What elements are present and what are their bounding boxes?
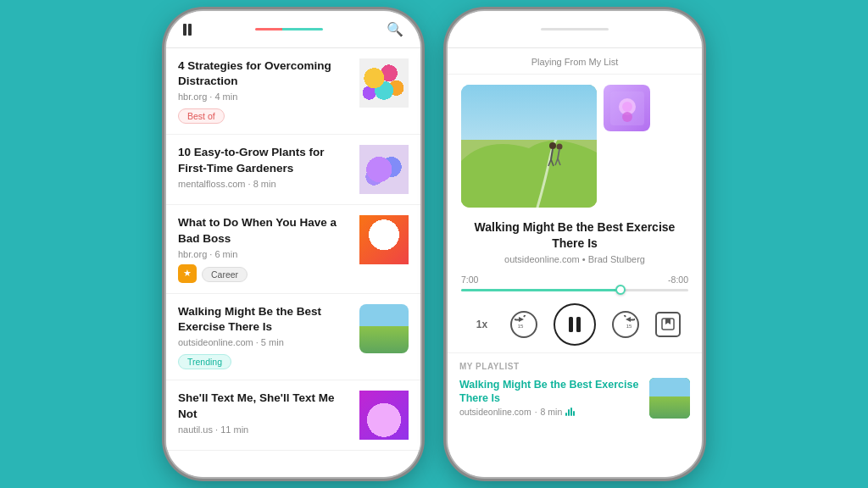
list-item[interactable]: What to Do When You Have a Bad Boss hbr.… bbox=[166, 205, 420, 293]
article-list-content: 4 Strategies for Overcoming Distraction … bbox=[166, 48, 420, 477]
article-list: 4 Strategies for Overcoming Distraction … bbox=[166, 48, 420, 451]
player-title: Walking Might Be the Best Exercise There… bbox=[461, 219, 688, 252]
progress-fill bbox=[461, 289, 620, 291]
svg-text:15: 15 bbox=[518, 324, 524, 329]
article-text: What to Do When You Have a Bad Boss hbr.… bbox=[178, 215, 351, 282]
svg-point-8 bbox=[557, 144, 563, 150]
list-item[interactable]: 4 Strategies for Overcoming Distraction … bbox=[166, 48, 420, 135]
search-icon[interactable]: 🔍 bbox=[387, 21, 403, 37]
speed-button[interactable]: 1x bbox=[469, 319, 494, 330]
pause-button[interactable] bbox=[554, 303, 596, 346]
article-thumbnail bbox=[359, 391, 409, 440]
top-progress-bar bbox=[541, 28, 609, 30]
right-phone: Playing From My List bbox=[448, 11, 702, 477]
pause-icon[interactable] bbox=[183, 24, 192, 36]
player-info: Walking Might Be the Best Exercise There… bbox=[448, 214, 702, 268]
tag-career: Career bbox=[202, 267, 248, 282]
remaining-time: -8:00 bbox=[668, 274, 688, 285]
article-meta: mentalfloss.com · 8 min bbox=[178, 179, 351, 189]
progress-times: 7:00 -8:00 bbox=[461, 274, 688, 285]
svg-point-14 bbox=[622, 102, 632, 112]
audio-bars-icon bbox=[565, 408, 575, 416]
svg-marker-18 bbox=[626, 317, 631, 322]
tag-trending: Trending bbox=[178, 354, 231, 369]
playlist-item-text: Walking Might Be the Best Exercise There… bbox=[459, 378, 643, 418]
bookmark-button[interactable] bbox=[655, 312, 681, 337]
player-controls: 1x 15 bbox=[448, 295, 702, 352]
phones-container: 🔍 4 Strategies for Overcoming Distractio… bbox=[166, 11, 702, 477]
playlist-thumbnail bbox=[649, 378, 690, 419]
skip-back-button[interactable]: 15 bbox=[510, 311, 537, 338]
current-time: 7:00 bbox=[461, 274, 478, 285]
playlist-item[interactable]: Walking Might Be the Best Exercise There… bbox=[459, 378, 690, 419]
svg-marker-16 bbox=[519, 317, 524, 322]
svg-rect-15 bbox=[622, 112, 632, 122]
article-thumbnail bbox=[359, 304, 409, 353]
skip-forward-button[interactable]: 15 bbox=[612, 311, 639, 338]
player-header: Playing From My List bbox=[448, 48, 702, 75]
playlist-item-title: Walking Might Be the Best Exercise There… bbox=[459, 378, 643, 406]
list-item[interactable]: She'll Text Me, She'll Text Me Not nauti… bbox=[166, 380, 420, 451]
article-thumbnail bbox=[359, 58, 409, 108]
artwork-area bbox=[448, 75, 702, 214]
article-title: 4 Strategies for Overcoming Distraction bbox=[178, 58, 351, 89]
article-text: Walking Might Be the Best Exercise There… bbox=[178, 304, 351, 369]
player-screen: Playing From My List bbox=[448, 48, 702, 477]
right-phone-top-bar bbox=[448, 11, 702, 48]
article-thumbnail bbox=[359, 215, 409, 264]
svg-point-4 bbox=[549, 142, 556, 149]
tags-row: ★ Career bbox=[178, 263, 351, 283]
playlist-section: MY PLAYLIST Walking Might Be the Best Ex… bbox=[448, 352, 702, 477]
article-title: She'll Text Me, She'll Text Me Not bbox=[178, 391, 351, 421]
secondary-artwork bbox=[604, 85, 650, 131]
tags-row: Trending bbox=[178, 351, 351, 369]
article-meta: hbr.org · 6 min bbox=[178, 249, 351, 259]
article-meta: nautil.us · 11 min bbox=[178, 424, 351, 435]
player-content: Playing From My List bbox=[448, 48, 702, 477]
article-title: 10 Easy-to-Grow Plants for First-Time Ga… bbox=[178, 145, 351, 175]
playing-from-label: Playing From My List bbox=[531, 57, 619, 67]
article-meta: outsideonline.com · 5 min bbox=[178, 337, 351, 347]
progress-bar-top bbox=[255, 28, 323, 30]
article-text: 4 Strategies for Overcoming Distraction … bbox=[178, 58, 351, 124]
article-text: She'll Text Me, She'll Text Me Not nauti… bbox=[178, 391, 351, 437]
progress-track[interactable] bbox=[461, 289, 688, 291]
svg-text:15: 15 bbox=[626, 324, 632, 329]
playlist-label: MY PLAYLIST bbox=[459, 362, 690, 371]
progress-thumb[interactable] bbox=[615, 285, 626, 295]
left-phone: 🔍 4 Strategies for Overcoming Distractio… bbox=[166, 11, 420, 477]
article-text: 10 Easy-to-Grow Plants for First-Time Ga… bbox=[178, 145, 351, 191]
player-progress[interactable]: 7:00 -8:00 bbox=[448, 268, 702, 295]
main-artwork bbox=[461, 85, 597, 208]
player-source: outsideonline.com • Brad Stulberg bbox=[461, 254, 688, 264]
tag-bestof: Best of bbox=[178, 108, 225, 124]
list-item[interactable]: Walking Might Be the Best Exercise There… bbox=[166, 294, 420, 380]
notch-area bbox=[183, 24, 192, 36]
tags-row: Best of bbox=[178, 105, 351, 124]
article-title: Walking Might Be the Best Exercise There… bbox=[178, 304, 351, 335]
article-meta: hbr.org · 4 min bbox=[178, 92, 351, 102]
article-title: What to Do When You Have a Bad Boss bbox=[178, 215, 351, 246]
star-icon: ★ bbox=[178, 264, 197, 283]
list-item[interactable]: 10 Easy-to-Grow Plants for First-Time Ga… bbox=[166, 135, 420, 205]
secondary-art-svg bbox=[610, 92, 644, 125]
left-phone-top-bar: 🔍 bbox=[166, 11, 420, 48]
playlist-item-meta: outsideonline.com · 8 min bbox=[459, 407, 643, 417]
bookmark-icon bbox=[661, 318, 675, 331]
article-thumbnail bbox=[359, 145, 409, 194]
